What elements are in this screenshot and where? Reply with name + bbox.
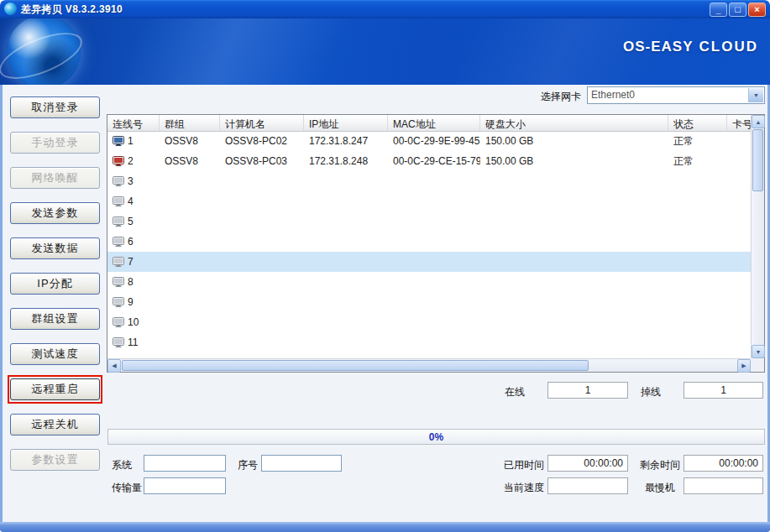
sidebar-button-11[interactable]: 参数设置 — [10, 449, 100, 471]
remaining-value: 00:00:00 — [684, 455, 763, 472]
speed-value — [547, 477, 628, 494]
cell: 00-0C-29-CE-15-79 — [388, 155, 480, 167]
transfer-input[interactable] — [144, 477, 226, 494]
vertical-scroll-thumb[interactable] — [752, 129, 763, 191]
brand-name: OS-EASY — [623, 39, 694, 55]
computer-icon — [113, 317, 124, 327]
client-table: 连线号群组计算机名IP地址MAC地址硬盘大小状态卡号 1OSSV8OSSV8-P… — [107, 114, 765, 373]
sidebar-button-10[interactable]: 远程关机 — [10, 414, 100, 436]
sidebar-button-9[interactable]: 远程重启 — [10, 378, 100, 400]
connection-number: 2 — [128, 155, 134, 167]
connection-number: 7 — [128, 256, 134, 268]
column-header[interactable]: IP地址 — [304, 115, 388, 131]
connection-number: 6 — [128, 236, 134, 248]
computer-icon — [113, 156, 124, 166]
computer-icon — [113, 136, 124, 146]
table-row[interactable]: 8 — [107, 272, 751, 292]
scrollbar-corner — [751, 358, 764, 372]
computer-icon — [113, 257, 124, 267]
slowest-label: 最慢机 — [645, 481, 675, 495]
scroll-up-icon[interactable]: ▲ — [752, 115, 765, 128]
sidebar-button-7[interactable]: 群组设置 — [10, 308, 100, 330]
speed-label: 当前速度 — [504, 481, 544, 495]
computer-icon — [113, 196, 124, 206]
connection-number: 9 — [128, 296, 134, 308]
scroll-left-icon[interactable]: ◀ — [107, 359, 121, 373]
minimize-button[interactable]: _ — [710, 3, 727, 17]
serial-label: 序号 — [238, 458, 258, 472]
cell: 150.00 GB — [480, 135, 668, 147]
column-header[interactable]: 计算机名 — [220, 115, 304, 131]
window-controls: _ □ × — [710, 3, 766, 17]
column-header[interactable]: 状态 — [668, 115, 727, 131]
offline-value: 1 — [684, 382, 763, 399]
table-row[interactable]: 2OSSV8OSSV8-PC03172.31.8.24800-0C-29-CE-… — [107, 151, 751, 171]
cell-connection: 6 — [107, 236, 160, 248]
brand-logo: OS-EASYCLOUD — [623, 39, 758, 55]
scroll-right-icon[interactable]: ▶ — [737, 359, 751, 373]
connection-number: 3 — [128, 175, 134, 187]
table-row[interactable]: 11 — [107, 332, 751, 352]
sidebar-button-1[interactable]: 取消登录 — [10, 96, 100, 118]
table-row[interactable]: 1OSSV8OSSV8-PC02172.31.8.24700-0C-29-9E-… — [107, 131, 751, 151]
window: 差异拷贝 V8.3.2.3910 _ □ × OS-EASYCLOUD 选择网卡… — [0, 0, 770, 532]
brand-suffix: CLOUD — [699, 39, 758, 55]
progress-bar: 0% — [107, 429, 765, 445]
table-header: 连线号群组计算机名IP地址MAC地址硬盘大小状态卡号 — [107, 115, 751, 132]
online-label: 在线 — [505, 385, 525, 399]
table-row[interactable]: 5 — [107, 211, 751, 232]
progress-text: 0% — [429, 431, 443, 443]
column-header[interactable]: MAC地址 — [388, 115, 480, 131]
sidebar: 取消登录手动登录网络唤醒发送参数发送数据IP分配群组设置测试速度远程重启远程关机… — [10, 96, 100, 484]
elapsed-label: 已用时间 — [504, 458, 544, 472]
cell-connection: 7 — [107, 256, 160, 268]
table-row[interactable]: 6 — [107, 232, 751, 252]
connection-number: 11 — [128, 336, 138, 348]
sidebar-button-6[interactable]: IP分配 — [10, 273, 100, 295]
sidebar-button-5[interactable]: 发送数据 — [10, 237, 100, 259]
horizontal-scrollbar[interactable]: ◀ ▶ — [107, 358, 751, 372]
app-icon — [4, 3, 17, 15]
connection-number: 8 — [128, 276, 134, 288]
cell: 正常 — [668, 134, 727, 149]
vertical-scrollbar[interactable]: ▲ ▼ — [751, 115, 764, 358]
connection-number: 5 — [128, 216, 134, 227]
sidebar-button-3[interactable]: 网络唤醒 — [10, 167, 100, 189]
cell: 150.00 GB — [480, 155, 668, 167]
column-header[interactable]: 硬盘大小 — [480, 115, 668, 131]
close-button[interactable]: × — [748, 3, 766, 17]
cell: 00-0C-29-9E-99-45 — [388, 135, 480, 147]
sidebar-button-4[interactable]: 发送参数 — [10, 202, 100, 224]
table-row[interactable]: 4 — [107, 191, 751, 211]
horizontal-scroll-thumb[interactable] — [122, 360, 589, 371]
titlebar: 差异拷贝 V8.3.2.3910 _ □ × — [0, 0, 770, 18]
scroll-down-icon[interactable]: ▼ — [752, 345, 765, 358]
system-input[interactable] — [144, 455, 226, 472]
table-row[interactable]: 10 — [107, 312, 751, 332]
cell-connection: 5 — [107, 216, 160, 227]
table-row[interactable]: 9 — [107, 292, 751, 312]
cell: 正常 — [668, 154, 727, 169]
cell-connection: 3 — [107, 175, 160, 187]
table-row[interactable]: 7 — [107, 252, 751, 272]
serial-input[interactable] — [261, 455, 342, 472]
cell: OSSV8 — [160, 155, 220, 167]
computer-icon — [113, 237, 124, 247]
cell-connection: 2 — [107, 155, 160, 167]
sidebar-button-2[interactable]: 手动登录 — [10, 132, 100, 154]
dropdown-arrow-icon[interactable]: ▼ — [748, 88, 763, 102]
cell-connection: 8 — [107, 276, 160, 288]
bottom-strip — [0, 522, 770, 532]
table-row[interactable]: 3 — [107, 171, 751, 191]
column-header[interactable]: 连线号 — [107, 115, 160, 131]
maximize-button[interactable]: □ — [729, 3, 746, 17]
nic-combobox[interactable]: Ethernet0 ▼ — [587, 86, 765, 104]
table-body: 1OSSV8OSSV8-PC02172.31.8.24700-0C-29-9E-… — [107, 131, 751, 358]
elapsed-value: 00:00:00 — [547, 455, 628, 472]
offline-label: 掉线 — [641, 385, 661, 399]
remaining-label: 剩余时间 — [640, 458, 680, 472]
sidebar-button-8[interactable]: 测试速度 — [10, 343, 100, 365]
computer-icon — [113, 277, 124, 287]
column-header[interactable]: 群组 — [160, 115, 220, 131]
column-header[interactable]: 卡号 — [727, 115, 751, 131]
